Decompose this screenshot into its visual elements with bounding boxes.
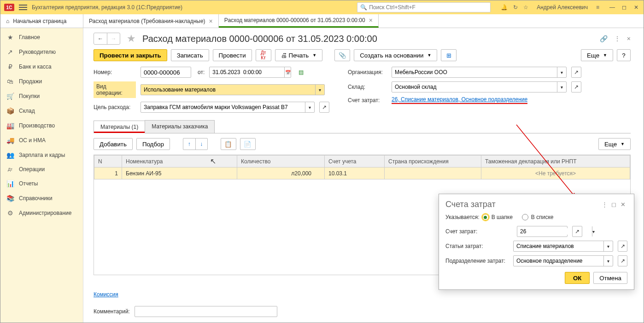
chevron-down-icon[interactable]: ▾ xyxy=(305,102,314,112)
cancel-button[interactable]: Отмена xyxy=(593,272,627,284)
minimize-icon[interactable]: — xyxy=(609,4,616,11)
commission-link[interactable]: Комиссия xyxy=(94,291,118,298)
copy-button[interactable]: 📋 xyxy=(221,138,236,150)
sidebar-item-sales[interactable]: 🛍Продажи xyxy=(0,74,83,89)
radio-in-header[interactable] xyxy=(482,214,489,220)
comment-input[interactable] xyxy=(135,306,277,317)
move-down-button[interactable]: ↓ xyxy=(195,138,207,150)
op-type-select[interactable]: ▾ xyxy=(141,84,325,95)
col-country[interactable]: Страна происхождения xyxy=(385,156,481,167)
tab-document[interactable]: Расход материалов 0000-000006 от 31.05.2… xyxy=(219,14,379,28)
tab-materials[interactable]: Материалы (1) xyxy=(94,121,145,133)
sidebar-item-bank[interactable]: ₽Банк и касса xyxy=(0,59,83,74)
document-tabs: Материалы (1) Материалы заказчика xyxy=(94,120,631,133)
sidebar-item-manager[interactable]: ↗Руководителю xyxy=(0,45,83,59)
org-select[interactable]: ▾ xyxy=(392,67,567,78)
open-ref-button[interactable]: ↗ xyxy=(571,67,581,78)
people-icon: 👥 xyxy=(6,151,14,159)
table-row[interactable]: 1 Бензин АИ-95 20,000л 10.03.1 <Не требу… xyxy=(94,167,630,179)
tab-close-icon[interactable]: × xyxy=(209,17,213,25)
forward-button[interactable]: → xyxy=(107,33,120,44)
favorite-icon[interactable]: ★ xyxy=(127,33,136,45)
menu-icon[interactable] xyxy=(19,5,27,10)
popup-item-select[interactable]: ▾ xyxy=(513,241,613,252)
move-up-button[interactable]: ↑ xyxy=(183,138,195,150)
search-input[interactable] xyxy=(369,4,487,11)
chevron-down-icon[interactable]: ▾ xyxy=(315,85,324,95)
close-icon[interactable]: ✕ xyxy=(632,4,640,11)
star-icon[interactable]: ☆ xyxy=(523,4,528,11)
kebab-icon[interactable]: ⋮ xyxy=(614,35,621,42)
sidebar-item-catalogs[interactable]: 📚Справочники xyxy=(0,191,83,206)
close-panel-icon[interactable]: × xyxy=(627,35,631,42)
write-button[interactable]: Записать xyxy=(171,49,209,61)
grid-more-button[interactable]: Еще▼ xyxy=(598,138,631,150)
number-label: Номер: xyxy=(94,69,136,75)
purpose-input[interactable]: ▾ xyxy=(141,102,315,113)
popup-kebab-icon[interactable]: ⋮ xyxy=(600,201,609,208)
number-input[interactable] xyxy=(141,67,191,78)
chevron-down-icon[interactable]: ▾ xyxy=(603,241,613,251)
open-ref-button[interactable]: ↗ xyxy=(319,102,329,113)
more-button[interactable]: Еще▼ xyxy=(581,49,613,61)
tab-customer-materials[interactable]: Материалы заказчика xyxy=(145,120,215,133)
ok-button[interactable]: ОК xyxy=(565,272,590,284)
sidebar-item-main[interactable]: ★Главное xyxy=(0,30,83,45)
pick-button[interactable]: Подбор xyxy=(136,138,170,150)
attach-button[interactable]: 📎 xyxy=(334,49,350,61)
box-icon: 📦 xyxy=(6,107,14,115)
sidebar-item-production[interactable]: 🏭Производство xyxy=(0,118,83,133)
open-ref-button[interactable]: ↗ xyxy=(572,226,582,237)
popup-dept-select[interactable]: ▾ xyxy=(513,255,613,266)
sidebar-item-operations[interactable]: ДтОперации xyxy=(0,162,83,176)
open-ref-button[interactable]: ↗ xyxy=(618,255,627,266)
tab-home[interactable]: ⌂ Начальная страница xyxy=(0,14,83,28)
paste-button[interactable]: 📄 xyxy=(240,138,256,150)
popup-close-icon[interactable]: ✕ xyxy=(618,201,627,208)
help-button[interactable]: ? xyxy=(617,49,631,61)
chevron-down-icon[interactable]: ▾ xyxy=(592,226,595,236)
settings-icon[interactable]: ≡ xyxy=(596,4,599,11)
chevron-down-icon[interactable]: ▾ xyxy=(603,256,613,266)
titlebar: 1C Бухгалтерия предприятия, редакция 3.0… xyxy=(0,0,644,14)
open-ref-button[interactable]: ↗ xyxy=(571,81,581,92)
sidebar-item-payroll[interactable]: 👥Зарплата и кадры xyxy=(0,148,83,162)
structure-button[interactable]: ⊞ xyxy=(441,49,457,61)
sidebar-item-purchases[interactable]: 🛒Покупки xyxy=(0,89,83,104)
post-button[interactable]: Провести xyxy=(213,49,252,61)
sidebar-item-assets[interactable]: 🚚ОС и НМА xyxy=(0,133,83,148)
dtct-button[interactable]: ДтКт xyxy=(256,49,271,61)
trend-icon: ↗ xyxy=(6,48,14,56)
history-icon[interactable]: ↻ xyxy=(513,4,518,11)
col-n[interactable]: N xyxy=(94,156,122,167)
calendar-icon[interactable]: 📅 xyxy=(284,67,291,77)
popup-acct-select[interactable]: ▾ xyxy=(517,226,568,237)
bell-icon[interactable]: 🔔 xyxy=(501,4,508,11)
warehouse-select[interactable]: ▾ xyxy=(392,81,567,92)
user-name[interactable]: Андрей Алексеевич xyxy=(537,4,588,11)
col-qty[interactable]: Количество xyxy=(237,156,325,167)
date-input[interactable]: 📅 xyxy=(209,67,291,78)
open-ref-button[interactable]: ↗ xyxy=(618,241,627,252)
chevron-down-icon[interactable]: ▾ xyxy=(557,82,566,92)
print-button[interactable]: 🖨Печать▼ xyxy=(275,49,323,61)
post-close-button[interactable]: Провести и закрыть xyxy=(94,49,167,61)
tab-close-icon[interactable]: × xyxy=(369,17,373,24)
add-button[interactable]: Добавить xyxy=(94,138,133,150)
radio-in-list[interactable] xyxy=(522,214,528,220)
col-account[interactable]: Счет учета xyxy=(325,156,385,167)
popup-maximize-icon[interactable]: ◻ xyxy=(609,201,618,208)
chevron-down-icon[interactable]: ▾ xyxy=(557,67,566,77)
cost-account-link[interactable]: 26, Списание материалов, Основное подраз… xyxy=(392,96,527,104)
col-customs[interactable]: Таможенная декларация или РНПТ xyxy=(481,156,630,167)
sidebar-item-reports[interactable]: 📊Отчеты xyxy=(0,176,83,191)
link-icon[interactable]: 🔗 xyxy=(600,35,608,42)
sidebar-item-warehouse[interactable]: 📦Склад xyxy=(0,104,83,118)
maximize-icon[interactable]: ◻ xyxy=(621,4,628,11)
col-nomenclature[interactable]: Номенклатура xyxy=(122,156,237,167)
create-based-button[interactable]: Создать на основании▼ xyxy=(354,49,437,61)
search-box[interactable]: 🔍 xyxy=(357,2,491,12)
tab-list[interactable]: Расход материалов (Требования-накладные)… xyxy=(83,14,219,28)
back-button[interactable]: ← xyxy=(94,33,107,44)
sidebar-item-admin[interactable]: ⚙Администрирование xyxy=(0,206,83,220)
